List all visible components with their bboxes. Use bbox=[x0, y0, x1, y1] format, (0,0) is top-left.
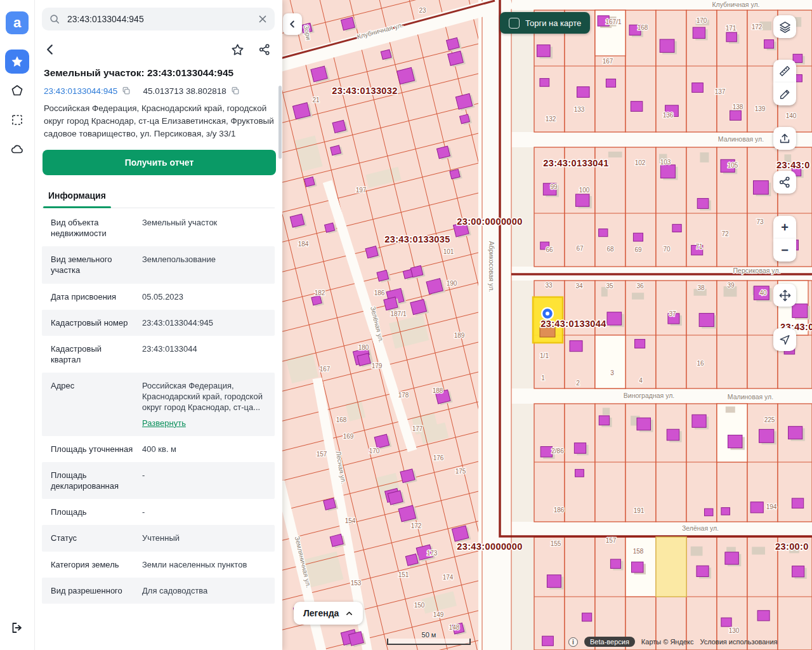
info-row-value: 23:43:0133044 bbox=[142, 343, 266, 365]
info-row-value: - bbox=[142, 470, 266, 491]
terms-of-use-link[interactable]: Условия использования bbox=[700, 638, 777, 646]
page-title: Земельный участок: 23:43:0133044:945 bbox=[44, 67, 275, 79]
info-row: Вид разрешенногоДля садоводства bbox=[42, 578, 275, 604]
parcel-number: 168 bbox=[336, 416, 347, 423]
back-button[interactable] bbox=[43, 43, 57, 56]
parcel-number: 225 bbox=[764, 416, 775, 423]
pan-button[interactable] bbox=[773, 284, 796, 307]
parcel-number: 40 bbox=[759, 289, 767, 296]
measure-button[interactable] bbox=[773, 60, 796, 83]
collapse-sidebar-button[interactable] bbox=[283, 13, 302, 35]
area-select-button[interactable] bbox=[5, 108, 29, 132]
street-label: Малиновая ул. bbox=[718, 135, 764, 143]
chevron-up-icon bbox=[345, 609, 353, 618]
info-row-value: Земельный участок bbox=[142, 217, 266, 239]
chevron-left-icon bbox=[43, 43, 57, 56]
parcel-number: 137 bbox=[715, 88, 726, 95]
parcel-number: 168 bbox=[638, 24, 648, 31]
app-logo-letter: a bbox=[13, 15, 21, 31]
auction-checkbox[interactable] bbox=[509, 18, 520, 29]
plus-icon: + bbox=[781, 221, 789, 234]
info-row-label: Категория земель bbox=[51, 559, 133, 570]
search-bar[interactable] bbox=[42, 8, 275, 30]
parcel-number: 130 bbox=[729, 627, 740, 634]
auction-on-map-toggle[interactable]: Торги на карте bbox=[500, 12, 590, 34]
parcel-number: 71 bbox=[695, 243, 703, 250]
parcel-number: 21 bbox=[312, 96, 320, 103]
parcel-number: 170 bbox=[697, 17, 707, 24]
parcel-number: 173 bbox=[427, 550, 438, 557]
parcel-number: 34 bbox=[575, 282, 583, 289]
search-icon bbox=[49, 13, 60, 25]
favorite-button[interactable] bbox=[231, 43, 244, 56]
locate-button[interactable] bbox=[773, 328, 796, 351]
cadastral-number-link[interactable]: 23:43:0133044:945 bbox=[44, 86, 117, 96]
info-table: Вид объекта недвижимостиЗемельный участо… bbox=[42, 209, 275, 604]
info-row-value: 05.05.2023 bbox=[142, 291, 266, 302]
info-row: Площадь декларированная- bbox=[42, 462, 275, 499]
map-copyright[interactable]: Карты © Яндекс bbox=[641, 638, 694, 646]
share-button[interactable] bbox=[258, 43, 271, 56]
map-attribution: i Beta-версия Карты © Яндекс Условия исп… bbox=[568, 637, 778, 647]
share-icon bbox=[258, 43, 271, 56]
parcel-number: 37 bbox=[669, 310, 676, 317]
tab-information[interactable]: Информация bbox=[43, 183, 111, 208]
logout-button[interactable] bbox=[5, 616, 29, 640]
scale-bar-label: 50 м bbox=[387, 631, 471, 639]
parcel-number: 73 bbox=[756, 218, 764, 225]
info-row: АдресРоссийская Федерация, Краснодарский… bbox=[42, 373, 275, 436]
copy-coordinates-icon[interactable] bbox=[230, 86, 240, 96]
parcel-number: 170 bbox=[369, 448, 380, 454]
info-row-label: Вид разрешенного bbox=[51, 585, 133, 596]
parcel-number: 158 bbox=[633, 548, 644, 555]
share-icon bbox=[778, 176, 791, 189]
close-icon bbox=[258, 14, 268, 24]
layers-button[interactable] bbox=[773, 15, 796, 38]
parcel-number: 103 bbox=[660, 159, 671, 166]
pan-arrows-icon bbox=[778, 289, 792, 302]
info-row-label: Дата присвоения bbox=[51, 291, 133, 302]
parcel-number: 172 bbox=[752, 23, 763, 30]
expand-address-link[interactable]: Развернуть bbox=[142, 418, 186, 428]
tabs: Информация bbox=[42, 183, 275, 208]
draw-button[interactable] bbox=[773, 83, 796, 105]
app-logo[interactable]: a bbox=[6, 11, 29, 34]
info-icon[interactable]: i bbox=[568, 637, 578, 647]
parcel-number: 186 bbox=[554, 507, 565, 514]
star-outline-icon bbox=[231, 43, 244, 56]
parcel-number: 2 bbox=[576, 380, 580, 387]
get-report-button[interactable]: Получить отчет bbox=[43, 150, 276, 175]
sidebar-scrollbar[interactable] bbox=[278, 86, 282, 159]
copy-cadastral-icon[interactable] bbox=[121, 86, 131, 96]
info-row-value: - bbox=[142, 507, 266, 517]
parcel-number: 140 bbox=[786, 112, 797, 119]
street-label: Виноградная ул. bbox=[624, 392, 674, 399]
street-label: Персиковая ул. bbox=[733, 267, 781, 274]
favorites-button[interactable] bbox=[5, 50, 29, 74]
parcel-number: 132 bbox=[546, 116, 556, 123]
parcel-number: 133 bbox=[574, 106, 585, 113]
parcel-number: 157 bbox=[317, 451, 327, 458]
detail-header bbox=[42, 43, 275, 56]
zoom-in-button[interactable]: + bbox=[773, 216, 796, 239]
quarter-label: 23:43:0000000 bbox=[457, 541, 523, 552]
search-input[interactable] bbox=[66, 13, 252, 25]
parcel-number: 138 bbox=[733, 103, 743, 110]
parcel-number: 33 bbox=[545, 282, 553, 289]
navigation-arrow-icon bbox=[778, 333, 791, 346]
zoom-out-button[interactable]: − bbox=[773, 239, 796, 262]
info-row-label: Вид земельного участка bbox=[51, 254, 133, 275]
parcel-number: 1 bbox=[541, 375, 545, 381]
info-row: Площадь уточненная400 кв. м bbox=[42, 436, 275, 462]
legend-button[interactable]: Легенда bbox=[294, 602, 363, 625]
info-row-label: Вид объекта недвижимости bbox=[51, 217, 133, 239]
parcel-number: 190 bbox=[447, 280, 457, 287]
polygon-tool-button[interactable] bbox=[5, 79, 29, 103]
sidebar-panel: Земельный участок: 23:43:0133044:945 23:… bbox=[35, 0, 282, 650]
info-row-value: 23:43:0133044:945 bbox=[142, 317, 266, 328]
share-map-button[interactable] bbox=[773, 171, 796, 194]
cloud-button[interactable] bbox=[5, 137, 29, 161]
export-button[interactable] bbox=[773, 127, 796, 150]
parcel-number: 157 bbox=[606, 537, 617, 544]
clear-search-button[interactable] bbox=[258, 14, 268, 24]
